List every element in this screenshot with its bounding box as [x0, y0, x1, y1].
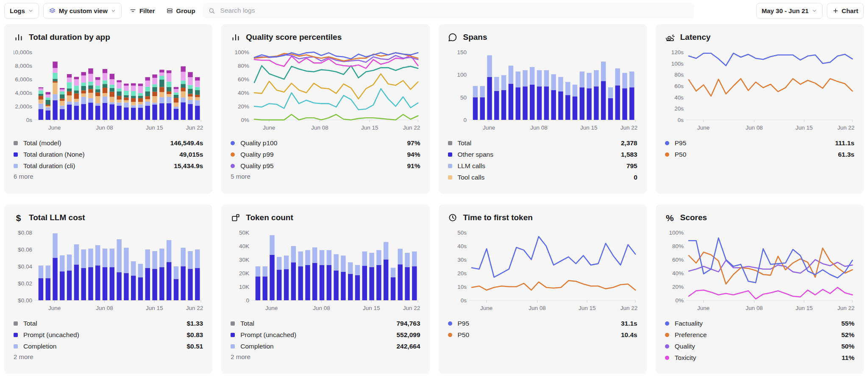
- legend-item[interactable]: P95111.1s: [665, 137, 854, 149]
- chart-canvas: 0s2,000s4,000s6,000s8,000s10,000sJuneJun…: [14, 46, 203, 136]
- toolbar: Logs My custom view Filter Group May 30 …: [0, 0, 868, 21]
- legend-label: Total duration (cli): [23, 162, 75, 170]
- legend-item[interactable]: Total$1.33: [14, 318, 203, 329]
- legend-dot-icon: [665, 344, 669, 349]
- group-button[interactable]: Group: [163, 3, 199, 18]
- legend-item[interactable]: P5061.3s: [665, 149, 854, 160]
- svg-text:Jun 22: Jun 22: [837, 305, 854, 311]
- search-input[interactable]: [220, 6, 689, 15]
- legend-dot-icon: [665, 356, 669, 360]
- legend-item[interactable]: Quality50%: [665, 340, 854, 352]
- custom-view-dropdown[interactable]: My custom view: [43, 3, 122, 19]
- svg-text:June: June: [697, 124, 709, 131]
- legend-more[interactable]: 2 more: [14, 353, 203, 360]
- legend-item[interactable]: Total (model)146,549.4s: [14, 137, 203, 149]
- card-title: Time to first token: [463, 213, 533, 222]
- legend-item[interactable]: Completion242,664: [231, 340, 420, 352]
- plus-icon: [832, 8, 839, 14]
- legend-label: Completion: [23, 343, 56, 350]
- legend-item[interactable]: Factuality55%: [665, 318, 854, 329]
- svg-text:20%: 20%: [672, 284, 684, 290]
- chart-legend: Factuality55%Preference52%Quality50%Toxi…: [665, 318, 854, 363]
- svg-text:4,000s: 4,000s: [15, 90, 32, 96]
- svg-text:2,000s: 2,000s: [15, 103, 32, 110]
- svg-text:0: 0: [246, 297, 250, 304]
- rows-icon: [166, 7, 173, 14]
- svg-text:10,000s: 10,000s: [14, 49, 32, 55]
- legend-more[interactable]: 2 more: [231, 353, 420, 360]
- legend-item[interactable]: Preference52%: [665, 329, 854, 340]
- legend-value: 795: [626, 162, 637, 170]
- legend-value: 50%: [841, 343, 854, 350]
- chart-card-time-to-first-token: Time to first token0s10s20s30s40s50sJune…: [439, 205, 647, 374]
- svg-text:20%: 20%: [238, 103, 249, 110]
- legend-swatch-icon: [448, 164, 452, 168]
- custom-view-label: My custom view: [59, 7, 108, 14]
- dollar-icon: $: [14, 213, 23, 223]
- svg-text:100%: 100%: [669, 230, 684, 236]
- svg-text:80%: 80%: [238, 63, 249, 69]
- legend-item[interactable]: P9531.1s: [448, 318, 637, 329]
- search-icon: [208, 7, 215, 14]
- svg-text:40s: 40s: [674, 94, 684, 101]
- search-container: [203, 3, 694, 18]
- legend-item[interactable]: Total duration (cli)15,434.9s: [14, 160, 203, 172]
- legend-label: Factuality: [675, 320, 703, 327]
- legend-item[interactable]: Quality p9994%: [231, 149, 420, 160]
- svg-text:$0.00: $0.00: [18, 297, 32, 304]
- card-header: $Total LLM cost: [14, 210, 203, 225]
- legend-swatch-icon: [14, 164, 18, 168]
- legend-item[interactable]: Other spans1,583: [448, 149, 637, 160]
- legend-item[interactable]: Tool calls0: [448, 172, 637, 183]
- svg-text:60%: 60%: [238, 76, 249, 83]
- legend-label: Total (model): [23, 139, 61, 147]
- add-chart-button[interactable]: Chart: [827, 3, 864, 19]
- legend-value: 794,763: [396, 320, 420, 327]
- svg-text:6,000s: 6,000s: [15, 76, 32, 83]
- filter-button-label: Filter: [139, 7, 155, 14]
- logs-dropdown[interactable]: Logs: [4, 3, 39, 19]
- legend-item[interactable]: Quality p9591%: [231, 160, 420, 172]
- filter-button[interactable]: Filter: [126, 3, 159, 18]
- legend-item[interactable]: Toxicity11%: [665, 352, 854, 363]
- layers-icon: [49, 7, 56, 14]
- svg-text:0: 0: [463, 117, 467, 123]
- svg-text:40%: 40%: [672, 270, 684, 277]
- legend-item[interactable]: Quality p10097%: [231, 137, 420, 149]
- legend-item[interactable]: Prompt (uncached)552,099: [231, 329, 420, 340]
- chart-canvas: 0s20s40s60s80s100s120sJuneJun 08Jun 15Ju…: [665, 46, 854, 136]
- svg-text:Jun 08: Jun 08: [530, 124, 548, 131]
- legend-more[interactable]: 5 more: [231, 173, 420, 180]
- svg-text:150: 150: [457, 49, 467, 55]
- legend-swatch-icon: [14, 152, 18, 157]
- svg-text:0%: 0%: [675, 297, 684, 304]
- svg-text:Jun 08: Jun 08: [96, 305, 113, 311]
- legend-item[interactable]: Prompt (uncached)$0.83: [14, 329, 203, 340]
- svg-text:Jun 15: Jun 15: [579, 305, 596, 311]
- date-range-picker[interactable]: May 30 - Jun 21: [756, 3, 823, 19]
- svg-text:50K: 50K: [239, 230, 249, 236]
- legend-item[interactable]: Total2,378: [448, 137, 637, 149]
- chevron-down-icon: [28, 8, 33, 14]
- svg-text:$0.02: $0.02: [18, 280, 32, 287]
- date-range-label: May 30 - Jun 21: [762, 7, 809, 14]
- legend-item[interactable]: LLM calls795: [448, 160, 637, 172]
- svg-text:120s: 120s: [671, 49, 684, 55]
- legend-value: 61.3s: [838, 151, 854, 158]
- legend-value: 111.1s: [835, 139, 854, 147]
- svg-text:20K: 20K: [239, 270, 249, 277]
- legend-item[interactable]: Total duration (None)49,015s: [14, 149, 203, 160]
- legend-more[interactable]: 6 more: [14, 173, 203, 180]
- chart-legend: Total2,378Other spans1,583LLM calls795To…: [448, 137, 637, 183]
- cards-grid: Total duration by app0s2,000s4,000s6,000…: [0, 21, 868, 377]
- svg-text:Jun 15: Jun 15: [796, 124, 813, 131]
- chart-legend: Total (model)146,549.4sTotal duration (N…: [14, 137, 203, 172]
- svg-text:Jun 08: Jun 08: [746, 124, 763, 131]
- legend-item[interactable]: Completion$0.51: [14, 340, 203, 352]
- legend-item[interactable]: P5010.4s: [448, 329, 637, 340]
- chart-canvas: 0%20%40%60%80%100%JuneJun 08Jun 15Jun 22: [231, 46, 420, 136]
- svg-text:Jun 22: Jun 22: [186, 305, 203, 311]
- chart-card-token-count: Token count010K20K30K40K50KJuneJun 08Jun…: [221, 205, 429, 374]
- svg-text:Jun 15: Jun 15: [363, 305, 380, 311]
- legend-item[interactable]: Total794,763: [231, 318, 420, 329]
